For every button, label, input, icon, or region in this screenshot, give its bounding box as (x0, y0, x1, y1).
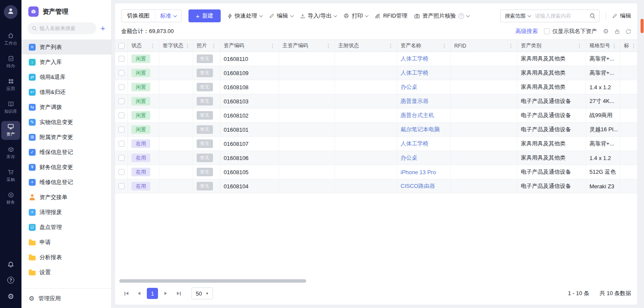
column-header-4[interactable]: 主资产编码⋮ (279, 40, 335, 51)
table-row[interactable]: 在用暂无01608105iPhone 13 Pro电子产品及通信设备512G 蓝… (115, 165, 637, 179)
asset-name-link[interactable]: 惠普显示器 (401, 97, 428, 105)
sidebar-item-maintenance-reg[interactable]: ✓维保信息登记 (21, 145, 111, 160)
row-checkbox[interactable] (118, 56, 125, 62)
lock-icon[interactable] (614, 29, 620, 34)
column-menu-icon[interactable]: ⋮ (386, 43, 393, 49)
sidebar-item-physical-change[interactable]: ✎实物信息变更 (21, 115, 111, 130)
help-icon[interactable]: ? (7, 277, 14, 284)
column-header-5[interactable]: 主附状态⋮ (335, 40, 397, 51)
search-icon[interactable] (586, 13, 599, 19)
table-row[interactable]: 闲置暂无01608110人体工学椅家具用具及其他类高靠背+... (115, 52, 637, 66)
sidebar-item-finance-change[interactable]: ¥财务信息变更 (21, 160, 111, 175)
column-header-2[interactable]: 照片⋮ (193, 40, 220, 51)
row-checkbox[interactable] (118, 141, 125, 147)
sidebar-item-reports[interactable]: 分析报表 (21, 250, 111, 265)
settings-gear-icon[interactable]: ⚙ (7, 292, 14, 301)
column-header-8[interactable]: 资产类别⋮ (517, 40, 586, 51)
view-select-dropdown[interactable]: 标准 (155, 10, 181, 22)
global-nav-item-apps[interactable]: 应用 (1, 75, 20, 94)
column-header-3[interactable]: 资产编码⋮ (220, 40, 279, 51)
advanced-search-link[interactable]: 高级搜索 (516, 27, 538, 35)
global-nav-item-todo[interactable]: 待办 (1, 53, 20, 72)
table-row[interactable]: 在用暂无01608104CISCO路由器电子产品及通信设备Meraki Z3 (115, 179, 637, 193)
table-row[interactable]: 闲置暂无01608108办公桌家具用具及其他类1.4 x 1.2 (115, 80, 637, 94)
table-row[interactable]: 闲置暂无01608101戴尔笔记本电脑电子产品及通信设备灵越16 Pl... (115, 123, 637, 137)
column-menu-icon[interactable]: ⋮ (610, 43, 617, 49)
edit-view-button[interactable]: 编辑 (612, 12, 631, 20)
sidebar-item-scrap[interactable]: ×清理报废 (21, 205, 111, 220)
column-menu-icon[interactable]: ⋮ (210, 43, 216, 49)
row-checkbox[interactable] (118, 84, 125, 90)
asset-name-link[interactable]: 人体工学椅 (401, 140, 428, 148)
table-row[interactable]: 闲置暂无01608109人体工学椅家具用具及其他类高靠背+... (115, 66, 637, 80)
row-checkbox[interactable] (118, 169, 125, 175)
search-input[interactable] (535, 13, 586, 19)
global-nav-item-workbench[interactable]: 工作台 (1, 30, 20, 49)
print-dropdown[interactable]: 打印 (343, 12, 368, 20)
column-menu-icon[interactable]: ⋮ (183, 43, 190, 49)
edit-dropdown[interactable]: 编辑 (269, 12, 293, 20)
user-avatar[interactable] (4, 5, 18, 19)
asset-name-link[interactable]: iPhone 13 Pro (401, 169, 436, 175)
only-mine-checkbox[interactable] (544, 28, 550, 34)
notifications-bell-icon[interactable] (7, 261, 14, 268)
global-nav-item-finance[interactable]: 财务 (1, 189, 20, 208)
global-nav-item-asset[interactable]: 资产 (1, 121, 20, 140)
sidebar-item-sub-asset-change[interactable]: ⊞附属资产变更 (21, 130, 111, 145)
sidebar-item-transfer[interactable]: ⇆资产调拨 (21, 100, 111, 115)
column-header-9[interactable]: 规格型号⋮ (586, 40, 620, 51)
column-header-10[interactable]: 标⋮ (620, 40, 637, 51)
sidebar-item-repair-reg[interactable]: +维修信息登记 (21, 175, 111, 190)
column-menu-icon[interactable]: ⋮ (629, 43, 636, 49)
refresh-icon[interactable] (626, 29, 631, 34)
photo-check-dropdown[interactable]: 资产照片核验 ? (414, 12, 469, 20)
last-page-button[interactable] (173, 288, 184, 299)
row-checkbox[interactable] (118, 70, 125, 76)
sidebar-search-input[interactable] (39, 25, 87, 31)
sidebar-item-settings[interactable]: 设置 (21, 265, 111, 280)
column-settings-gear-icon[interactable]: ⚙ (603, 27, 609, 35)
prev-page-button[interactable] (134, 288, 144, 299)
column-header-6[interactable]: 资产名称⋮ (397, 40, 451, 51)
asset-name-link[interactable]: CISCO路由器 (401, 182, 435, 190)
asset-name-link[interactable]: 人体工学椅 (401, 69, 428, 77)
global-nav-item-procurement[interactable]: 采购 (1, 166, 20, 185)
column-menu-icon[interactable]: ⋮ (507, 43, 513, 49)
row-checkbox[interactable] (118, 98, 125, 104)
sidebar-item-stocktake[interactable]: ☑盘点管理 (21, 220, 111, 235)
switch-view-button[interactable]: 切换视图 (122, 10, 155, 22)
global-nav-item-inventory[interactable]: 库存 (1, 144, 20, 163)
column-menu-icon[interactable]: ⋮ (440, 43, 447, 49)
next-page-button[interactable] (161, 288, 171, 299)
row-checkbox[interactable] (118, 112, 125, 118)
column-header-1[interactable]: 签字状态⋮ (159, 40, 193, 51)
sidebar-search[interactable] (27, 22, 96, 34)
table-row[interactable]: 闲置暂无01608102惠普台式主机电子产品及通信设备战99商用 (115, 109, 637, 123)
new-button[interactable]: + 新建 (188, 9, 221, 22)
asset-name-link[interactable]: 办公桌 (401, 154, 417, 162)
sidebar-item-claim-return[interactable]: ⇄领用&退库 (21, 69, 111, 85)
row-checkbox[interactable] (118, 183, 125, 189)
only-mine-toggle[interactable]: 仅显示我名下资产 (544, 27, 597, 35)
column-menu-icon[interactable]: ⋮ (268, 43, 275, 49)
sidebar-item-borrow-return[interactable]: ↩借用&归还 (21, 85, 111, 100)
table-row[interactable]: 在用暂无01608106办公桌家具用具及其他类1.4 x 1.2 (115, 151, 637, 165)
import-export-dropdown[interactable]: 导入/导出 (300, 12, 337, 20)
global-nav-item-knowledge[interactable]: 知识库 (1, 98, 20, 117)
add-view-button[interactable]: + (100, 24, 105, 33)
table-row[interactable]: 闲置暂无01608103惠普显示器电子产品及通信设备27寸 4K... (115, 94, 637, 109)
vertical-scrollbar-thumb[interactable] (641, 19, 644, 33)
sidebar-item-handover[interactable]: 资产交接单 (21, 190, 111, 205)
column-menu-icon[interactable]: ⋮ (575, 43, 582, 49)
column-header-7[interactable]: RFID⋮ (451, 40, 517, 51)
sidebar-item-apply[interactable]: 申请 (21, 235, 111, 250)
select-all-checkbox[interactable] (118, 43, 125, 49)
quick-actions-dropdown[interactable]: 快速处理 (228, 12, 262, 20)
search-scope-dropdown[interactable]: 搜索范围 (501, 12, 535, 20)
manage-app-button[interactable]: ⚙ 管理应用 (21, 288, 111, 308)
rfid-manage-button[interactable]: RFID管理 (375, 12, 407, 20)
horizontal-scrollbar-thumb[interactable] (119, 279, 306, 283)
column-menu-icon[interactable]: ⋮ (324, 43, 331, 49)
sidebar-item-asset-list[interactable]: ≡资产列表 (21, 39, 111, 54)
first-page-button[interactable] (121, 288, 131, 299)
